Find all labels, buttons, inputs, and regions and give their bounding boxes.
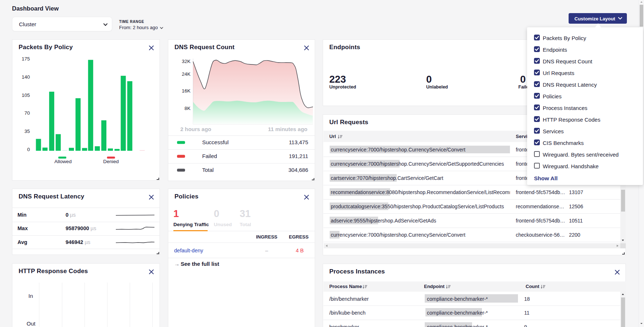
svg-text:2 hours ago: 2 hours ago [180,126,211,132]
svg-text:105: 105 [21,92,30,98]
svg-text:8K: 8K [184,106,191,111]
svg-text:0: 0 [27,147,30,152]
svg-text:175: 175 [21,56,30,62]
svg-text:35: 35 [24,129,30,134]
svg-text:Successful: Successful [202,139,229,145]
svg-text:Allowed: Allowed [54,159,71,164]
svg-text:Denied: Denied [103,159,119,164]
svg-text:191,211: 191,211 [289,153,308,159]
svg-text:11 minutes ago: 11 minutes ago [268,126,307,132]
svg-text:16K: 16K [182,88,191,94]
svg-text:Total: Total [202,167,214,173]
svg-text:70: 70 [24,110,30,116]
svg-text:140: 140 [21,74,30,80]
svg-text:304,686: 304,686 [288,167,308,173]
svg-text:113,475: 113,475 [289,139,308,145]
svg-text:24K: 24K [182,71,191,77]
svg-text:32K: 32K [182,59,191,64]
svg-text:Failed: Failed [202,153,217,159]
